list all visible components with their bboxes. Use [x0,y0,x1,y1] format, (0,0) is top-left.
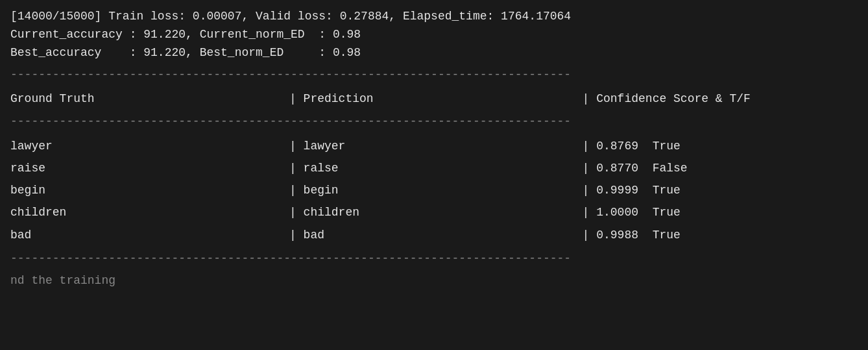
row-separator-1: | [289,157,304,179]
header-separator-2: | [583,88,597,109]
table-row: raise| ralse| 0.8770 False [10,157,858,179]
log-line-1: [14000/15000] Train loss: 0.00007, Valid… [10,8,858,26]
cell-score: 0.9988 [596,224,652,246]
cell-result: True [653,179,681,201]
row-separator-1: | [289,135,304,157]
cell-prediction: children [304,201,583,223]
row-separator-2: | [583,179,597,201]
terminal-output: [14000/15000] Train loss: 0.00007, Valid… [10,8,858,342]
log-line-2: Current_accuracy : 91.220, Current_norm_… [10,26,858,44]
row-separator-1: | [289,201,304,223]
table-row: lawyer| lawyer| 0.8769 True [10,135,858,157]
cell-ground-truth: begin [10,179,289,201]
header-prediction: Prediction [304,88,583,109]
cell-result: False [653,157,688,179]
cell-ground-truth: lawyer [10,135,289,157]
cell-score: 0.8769 [596,135,652,157]
cell-prediction: bad [304,224,583,246]
row-separator-1: | [289,224,304,246]
header-separator-1: | [289,88,304,109]
header-confidence: Confidence Score & T/F [596,88,751,109]
row-separator-2: | [583,224,597,246]
cell-prediction: lawyer [304,135,583,157]
divider-bottom: ----------------------------------------… [10,250,858,268]
cell-result: True [653,201,681,223]
divider-header: ----------------------------------------… [10,113,858,131]
cell-prediction: ralse [304,157,583,179]
table-row: children| children| 1.0000 True [10,201,858,223]
row-separator-1: | [289,179,304,201]
cell-ground-truth: bad [10,224,289,246]
cell-ground-truth: children [10,201,289,223]
row-separator-2: | [583,135,597,157]
cell-prediction: begin [304,179,583,201]
table-body: lawyer| lawyer| 0.8769 Trueraise| ralse|… [10,135,858,246]
row-separator-2: | [583,157,597,179]
cell-ground-truth: raise [10,157,289,179]
log-line-3: Best_accuracy : 91.220, Best_norm_ED : 0… [10,44,858,62]
cell-score: 1.0000 [596,201,652,223]
cell-result: True [653,224,681,246]
table-row: begin| begin| 0.9999 True [10,179,858,201]
cell-score: 0.8770 [596,157,652,179]
cell-score: 0.9999 [596,179,652,201]
cell-result: True [653,135,681,157]
table-row: bad| bad| 0.9988 True [10,224,858,246]
partial-line: nd the training [10,272,858,290]
header-ground-truth: Ground Truth [10,88,289,109]
divider-top: ----------------------------------------… [10,66,858,84]
row-separator-2: | [583,201,597,223]
table-header: Ground Truth | Prediction | Confidence S… [10,88,858,109]
